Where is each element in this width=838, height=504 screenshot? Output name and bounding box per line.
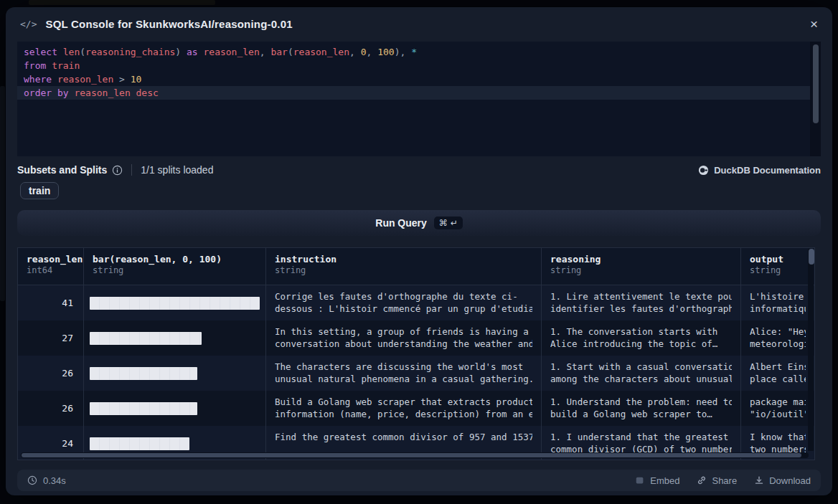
subsets-and-splits-bar: Subsets and Splits 1/1 splits loaded Duc…	[17, 163, 821, 177]
table-row[interactable]: 26 Build a Golang web scraper that extra…	[18, 391, 814, 426]
link-icon	[697, 475, 707, 485]
clock-icon	[27, 475, 37, 485]
subsets-label: Subsets and Splits	[17, 164, 107, 176]
table-vertical-scrollbar-track	[808, 249, 814, 451]
column-name: reasoning	[550, 254, 732, 265]
sql-line-1: select len(reasoning_chains) as reason_l…	[17, 45, 821, 59]
cell-reasoning: 1. Understand the problem: need tobuild …	[542, 391, 741, 426]
column-type: string	[550, 265, 732, 275]
embed-label: Embed	[650, 475, 679, 486]
cell-output: package main"io/ioutil" "	[741, 391, 814, 426]
info-icon[interactable]	[112, 165, 123, 176]
separator	[131, 164, 132, 176]
column-name: bar(reason_len, 0, 100)	[93, 254, 257, 265]
code-icon: </>	[20, 19, 37, 29]
bar-fill	[90, 367, 197, 380]
embed-button[interactable]: Embed	[635, 475, 679, 486]
table-header-row: reason_len int64 bar(reason_len, 0, 100)…	[18, 248, 814, 285]
embed-icon	[635, 475, 645, 485]
modal-header: </> SQL Console for SkunkworksAI/reasoni…	[6, 7, 832, 40]
column-type: string	[93, 265, 257, 275]
bar-fill	[90, 297, 260, 310]
table-row[interactable]: 26 The characters are discussing the wor…	[18, 356, 814, 391]
column-name: output	[750, 254, 806, 265]
sql-line-2: from train	[17, 59, 821, 72]
share-button[interactable]: Share	[697, 475, 737, 486]
table-horizontal-scrollbar-thumb[interactable]	[22, 453, 801, 457]
cell-bar	[84, 391, 266, 426]
sql-console-modal: </> SQL Console for SkunkworksAI/reasoni…	[6, 7, 832, 495]
cell-bar	[84, 320, 266, 356]
query-duration-value: 0.34s	[43, 475, 66, 486]
cell-reasoning: 1. Lire attentivement le texte pourident…	[542, 285, 741, 320]
table-horizontal-scrollbar-track	[21, 452, 809, 458]
cell-output: Alice: "Hey gmeteorologist	[741, 320, 814, 356]
sql-editor[interactable]: select len(reasoning_chains) as reason_l…	[17, 42, 821, 156]
column-header-reasoning[interactable]: reasoning string	[542, 248, 741, 285]
results-table: reason_len int64 bar(reason_len, 0, 100)…	[17, 247, 815, 460]
table-row[interactable]: 27 In this setting, a group of friends i…	[18, 320, 814, 356]
share-label: Share	[712, 475, 737, 486]
cmd-enter-shortcut-badge: ⌘ ↵	[434, 217, 463, 229]
split-chip-train[interactable]: train	[20, 182, 59, 199]
backdrop-page-fragment	[0, 86, 5, 301]
duckdb-documentation-link[interactable]: DuckDB Documentation	[698, 165, 821, 176]
cell-output: L'histoire coinformatique	[741, 285, 814, 320]
column-header-bar[interactable]: bar(reason_len, 0, 100) string	[84, 248, 266, 285]
duckdb-logo-icon	[698, 165, 709, 176]
run-query-label: Run Query	[375, 217, 427, 229]
cell-bar	[84, 285, 266, 320]
table-row[interactable]: 41 Corrige les fautes d'orthographe du t…	[18, 285, 814, 320]
column-type: string	[750, 265, 806, 275]
backdrop-page-fragment	[29, 0, 215, 5]
column-header-reason-len[interactable]: reason_len int64	[18, 248, 84, 285]
table-vertical-scrollbar-thumb[interactable]	[809, 249, 814, 265]
download-button[interactable]: Download	[754, 475, 811, 486]
cell-output: Albert Einsteplace called	[741, 356, 814, 391]
column-header-instruction[interactable]: instruction string	[266, 248, 542, 285]
cell-reasoning: 1. The conversation starts withAlice int…	[542, 320, 741, 356]
cell-bar	[84, 356, 266, 391]
modal-footer: 0.34s Embed Share Download	[17, 470, 821, 491]
sql-line-4-active: order by reason_len desc	[17, 86, 821, 100]
cell-instruction: In this setting, a group of friends is h…	[266, 320, 542, 356]
modal-title: SQL Console for SkunkworksAI/reasoning-0…	[45, 18, 292, 30]
cell-instruction: Build a Golang web scraper that extracts…	[266, 391, 542, 426]
column-type: int64	[27, 265, 75, 275]
bar-fill	[90, 437, 189, 450]
query-duration: 0.34s	[27, 475, 66, 486]
sql-line-3: where reason_len > 10	[17, 72, 821, 86]
cell-reason-len: 27	[18, 320, 84, 356]
cell-reasoning: 1. Start with a casual conversationamong…	[542, 356, 741, 391]
close-icon[interactable]: ×	[810, 17, 818, 31]
cell-reason-len: 26	[18, 391, 84, 426]
splits-loaded-status: 1/1 splits loaded	[141, 164, 213, 176]
run-query-button[interactable]: Run Query ⌘ ↵	[17, 210, 821, 236]
cell-instruction: Corrige les fautes d'orthographe du text…	[266, 285, 542, 320]
download-label: Download	[769, 475, 811, 486]
bar-fill	[90, 402, 197, 415]
column-name: instruction	[275, 254, 532, 265]
editor-scrollbar-thumb[interactable]	[813, 44, 819, 123]
cell-reason-len: 41	[18, 285, 84, 320]
cell-reason-len: 26	[18, 356, 84, 391]
duckdb-documentation-label: DuckDB Documentation	[714, 165, 821, 176]
column-type: string	[275, 265, 532, 275]
cell-instruction: The characters are discussing the world'…	[266, 356, 542, 391]
column-name: reason_len	[27, 254, 75, 265]
column-header-output[interactable]: output string	[741, 248, 814, 285]
bar-fill	[90, 332, 202, 345]
download-icon	[754, 475, 764, 485]
